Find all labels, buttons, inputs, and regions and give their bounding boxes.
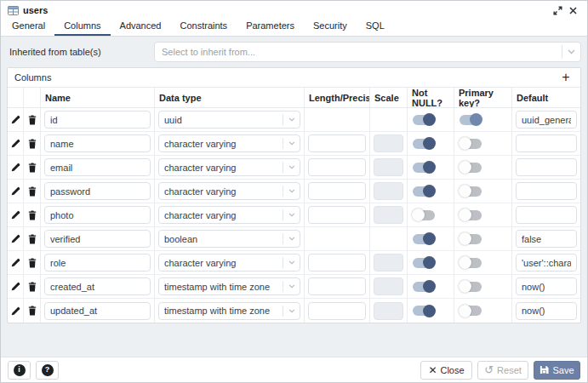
tab-general[interactable]: General — [3, 18, 54, 36]
delete-icon[interactable] — [24, 275, 40, 298]
add-column-button[interactable]: + — [558, 70, 574, 85]
length-precision-input[interactable] — [308, 277, 366, 295]
data-type-select[interactable]: character varying — [158, 134, 300, 152]
not-null-toggle[interactable] — [413, 139, 435, 149]
name-input[interactable] — [44, 230, 151, 248]
length-precision-input[interactable] — [308, 158, 366, 176]
tab-columns[interactable]: Columns — [54, 18, 110, 36]
name-input[interactable] — [44, 134, 151, 152]
primary-key-toggle[interactable] — [460, 139, 482, 149]
default-input[interactable] — [516, 158, 577, 176]
default-input[interactable] — [516, 111, 577, 129]
column-header-icon — [24, 88, 41, 107]
column-row-name: character varying — [8, 132, 580, 156]
tab-advanced[interactable]: Advanced — [111, 18, 171, 36]
data-type-select[interactable]: character varying — [158, 158, 300, 176]
delete-icon[interactable] — [24, 132, 40, 155]
table-properties-dialog: users GeneralColumnsAdvancedConstraintsP… — [0, 0, 588, 383]
not-null-toggle[interactable] — [413, 186, 435, 197]
data-type-select[interactable]: boolean — [158, 230, 300, 248]
save-icon — [539, 365, 549, 374]
delete-icon[interactable] — [24, 299, 40, 323]
scale-input-disabled — [374, 277, 403, 295]
data-type-select[interactable]: uuid — [158, 111, 300, 129]
delete-icon[interactable] — [24, 180, 40, 203]
name-input[interactable] — [44, 182, 151, 200]
edit-icon[interactable] — [8, 203, 23, 226]
delete-icon[interactable] — [24, 108, 40, 131]
default-input[interactable] — [516, 254, 577, 272]
dialog-help-button[interactable]: ? — [36, 361, 59, 380]
primary-key-toggle[interactable] — [460, 163, 482, 173]
tab-sql[interactable]: SQL — [357, 18, 394, 36]
default-input[interactable] — [516, 134, 577, 152]
length-precision-input[interactable] — [308, 254, 366, 272]
name-input[interactable] — [44, 277, 151, 295]
edit-icon[interactable] — [8, 180, 23, 203]
default-input[interactable] — [516, 206, 577, 224]
save-button[interactable]: Save — [534, 361, 580, 380]
name-input[interactable] — [44, 254, 151, 272]
primary-key-toggle[interactable] — [460, 115, 482, 125]
edit-icon[interactable] — [8, 251, 23, 274]
tab-constraints[interactable]: Constraints — [170, 18, 237, 36]
not-null-toggle[interactable] — [413, 234, 435, 244]
edit-icon[interactable] — [8, 275, 23, 298]
primary-key-toggle[interactable] — [460, 186, 482, 197]
data-type-select[interactable]: character varying — [158, 206, 300, 224]
not-null-toggle[interactable] — [413, 258, 435, 268]
edit-icon[interactable] — [8, 227, 23, 250]
column-header-name: Name — [41, 88, 155, 107]
reset-button[interactable]: ↺ Reset — [477, 361, 528, 380]
sql-help-button[interactable]: i — [8, 361, 31, 380]
edit-icon[interactable] — [8, 299, 23, 323]
not-null-toggle[interactable] — [413, 306, 435, 316]
edit-icon[interactable] — [8, 108, 23, 131]
length-precision-input[interactable] — [308, 134, 366, 152]
length-precision-input[interactable] — [308, 182, 366, 200]
name-input[interactable] — [44, 206, 151, 224]
not-null-toggle[interactable] — [413, 115, 435, 125]
name-input[interactable] — [44, 111, 151, 129]
save-button-label: Save — [552, 365, 574, 375]
data-type-select[interactable]: character varying — [158, 254, 300, 272]
not-null-toggle[interactable] — [413, 163, 435, 173]
not-null-toggle[interactable] — [413, 282, 435, 292]
data-type-select[interactable]: timestamp with time zone — [158, 302, 300, 320]
primary-key-toggle[interactable] — [460, 306, 482, 316]
primary-key-toggle[interactable] — [460, 282, 482, 292]
help-icon: ? — [42, 364, 54, 376]
primary-key-toggle[interactable] — [460, 210, 482, 220]
info-icon: i — [14, 364, 26, 376]
primary-key-toggle[interactable] — [460, 258, 482, 268]
data-type-select[interactable]: character varying — [158, 182, 300, 200]
edit-icon[interactable] — [8, 156, 23, 179]
not-null-toggle[interactable] — [413, 210, 435, 220]
delete-icon[interactable] — [24, 156, 40, 179]
close-button[interactable]: ✕ Close — [420, 361, 472, 380]
default-input[interactable] — [516, 230, 577, 248]
inherit-from-select[interactable]: Select to inherit from... — [154, 42, 581, 62]
delete-icon[interactable] — [24, 203, 40, 226]
primary-key-toggle[interactable] — [460, 234, 482, 244]
columns-grid-header: NameData typeLength/PrecisionScaleNot NU… — [8, 88, 580, 108]
length-precision-input[interactable] — [308, 206, 366, 224]
tab-parameters[interactable]: Parameters — [237, 18, 304, 36]
delete-icon[interactable] — [24, 251, 40, 274]
reset-icon: ↺ — [484, 363, 494, 376]
default-input[interactable] — [516, 277, 577, 295]
default-input[interactable] — [516, 302, 577, 320]
maximize-icon[interactable] — [550, 3, 565, 17]
default-input[interactable] — [516, 182, 577, 200]
chevron-down-icon — [283, 186, 300, 197]
name-input[interactable] — [44, 302, 151, 320]
name-input[interactable] — [44, 158, 151, 176]
edit-icon[interactable] — [8, 132, 23, 155]
data-type-select[interactable]: timestamp with time zone — [158, 277, 300, 295]
tab-security[interactable]: Security — [304, 18, 357, 36]
dialog-tabs: GeneralColumnsAdvancedConstraintsParamet… — [1, 20, 587, 37]
close-icon[interactable] — [565, 3, 580, 17]
column-header-length-precision: Length/Precision — [305, 88, 370, 107]
delete-icon[interactable] — [24, 227, 40, 250]
length-precision-input[interactable] — [308, 302, 366, 320]
